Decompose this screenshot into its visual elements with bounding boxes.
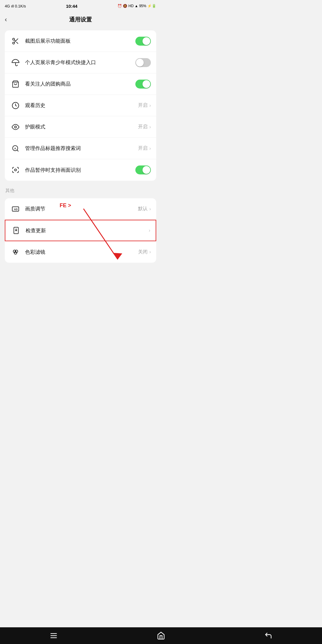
color-filter-chevron: › [149,249,151,255]
watch-history-value: 开启 › [138,102,151,109]
watch-history-label: 观看历史 [25,102,138,109]
ad-icon: AD [10,204,21,214]
svg-line-4 [14,40,16,41]
group-buy-toggle[interactable] [135,80,151,89]
header: ‹ 通用设置 [0,12,161,27]
quality-value: 默认 › [138,206,151,212]
row-check-update[interactable]: 检查更新 › [5,220,156,241]
image-recognition-toggle[interactable] [135,165,151,174]
check-update-chevron: › [149,228,150,233]
color-filter-label: 色彩滤镜 [25,249,138,256]
check-update-label: 检查更新 [26,227,148,234]
svg-point-7 [15,126,17,128]
eye-care-label: 护眼模式 [25,123,138,130]
status-left: 4G ıll 0.1K/s [5,4,26,8]
svg-point-11 [15,169,17,171]
bag-icon [10,79,21,89]
row-color-filter[interactable]: 色彩滤镜 关闭 › [5,241,156,263]
svg-point-0 [13,38,15,40]
screenshot-panel-toggle[interactable] [135,37,151,46]
row-group-buy[interactable]: 看关注人的团购商品 [5,73,156,95]
page-title: 通用设置 [69,16,92,24]
svg-point-1 [13,42,15,44]
clock-icon [10,100,21,111]
scan-icon [10,165,21,175]
row-watch-history[interactable]: 观看历史 开启 › [5,95,156,116]
eye-care-value: 开启 › [138,124,151,130]
scissors-icon [10,36,21,47]
status-bar: 4G ıll 0.1K/s 10:44 ⏰ 🔕 HD ▲ 95% ⚡🔋 [0,0,161,12]
screenshot-panel-label: 截图后展示功能面板 [25,38,135,44]
row-manage-search[interactable]: A 管理作品标题推荐搜索词 开启 › [5,138,156,159]
status-right: ⏰ 🔕 HD ▲ 95% ⚡🔋 [117,4,156,8]
color-filter-value: 关闭 › [138,249,151,255]
other-section-label: 其他 [0,184,161,195]
eye-icon [10,122,21,132]
manage-search-label: 管理作品标题推荐搜索词 [25,145,138,152]
quality-label: 画质调节 [25,205,138,212]
status-time: 10:44 [66,4,77,9]
umbrella-icon [10,57,21,68]
group-buy-label: 看关注人的团购商品 [25,80,135,87]
watch-history-chevron: › [149,103,151,108]
back-button[interactable]: ‹ [5,16,7,24]
youth-mode-toggle[interactable] [135,58,151,67]
eye-care-chevron: › [149,124,151,130]
other-card: AD 画质调节 默认 › 检查更新 › [5,198,156,263]
settings-card: 截图后展示功能面板 个人页展示青少年模式快捷入口 看关注人的团购商品 [5,30,156,181]
color-icon [10,247,21,257]
manage-search-value: 开启 › [138,145,151,151]
status-icons: ⏰ 🔕 HD ▲ 95% ⚡🔋 [117,4,156,8]
svg-line-9 [17,150,18,151]
svg-text:AD: AD [14,208,18,211]
search-a-icon: A [10,143,21,154]
row-screenshot-panel[interactable]: 截图后展示功能面板 [5,30,156,52]
svg-text:A: A [14,147,16,150]
row-image-recognition[interactable]: 作品暂停时支持画面识别 [5,159,156,181]
row-youth-mode[interactable]: 个人页展示青少年模式快捷入口 [5,52,156,73]
image-recognition-label: 作品暂停时支持画面识别 [25,167,135,174]
youth-mode-label: 个人页展示青少年模式快捷入口 [25,59,135,66]
row-eye-care[interactable]: 护眼模式 开启 › [5,116,156,138]
manage-search-chevron: › [149,146,151,151]
update-icon [11,225,21,236]
svg-line-3 [16,42,18,44]
check-update-chevron-wrap: › [148,228,150,233]
row-quality[interactable]: AD 画质调节 默认 › [5,198,156,220]
quality-chevron: › [149,206,151,212]
